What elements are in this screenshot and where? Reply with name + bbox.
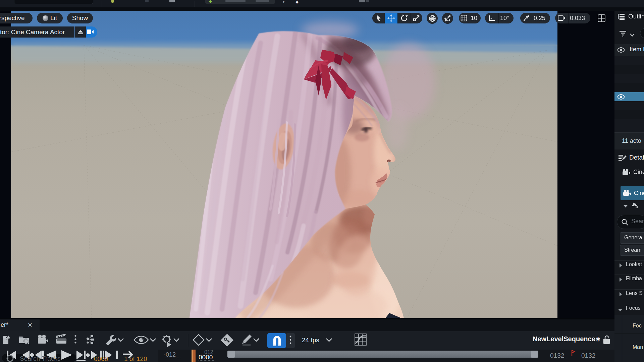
svg-text:-012: -012: [164, 351, 176, 358]
svg-text:0000: 0000: [94, 355, 108, 362]
svg-text:0132: 0132: [581, 352, 595, 359]
svg-text:NewLevelSequence∗: NewLevelSequence∗: [533, 335, 601, 343]
svg-text:0000: 0000: [199, 354, 213, 361]
svg-text:1 of 120: 1 of 120: [124, 355, 147, 362]
svg-text:24 fps: 24 fps: [302, 337, 319, 344]
svg-text:Search Tracks: Search Tracks: [20, 355, 60, 362]
svg-text:0132: 0132: [550, 352, 564, 359]
